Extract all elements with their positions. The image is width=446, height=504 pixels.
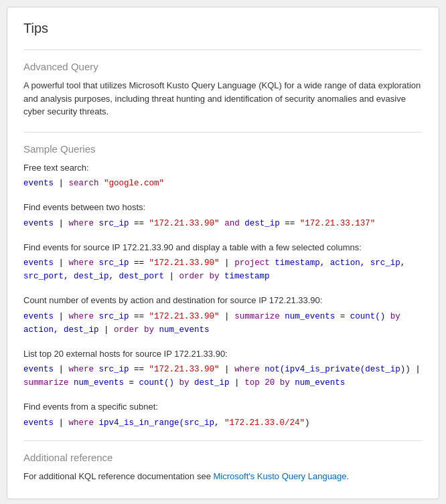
query-block-2: Find events between two hosts: events | …	[23, 201, 423, 230]
additional-desc-suffix: .	[347, 471, 350, 481]
query-block-4: Count number of events by action and des…	[23, 294, 423, 337]
query-code-1: events | search "google.com"	[23, 177, 423, 190]
query-block-5: List top 20 external hosts for source IP…	[23, 347, 423, 390]
additional-reference-section: Additional reference For additional KQL …	[23, 452, 423, 483]
query-desc-6: Find events from a specific subnet:	[23, 400, 423, 414]
query-code-6: events | where ipv4_is_in_range(src_ip, …	[23, 416, 423, 430]
additional-reference-title: Additional reference	[23, 452, 423, 463]
page-title: Tips	[23, 21, 423, 36]
divider-3	[23, 440, 423, 441]
kw-search: search	[69, 179, 104, 188]
query-code-3: events | where src_ip == "172.21.33.90" …	[23, 256, 423, 283]
divider-1	[23, 50, 423, 50]
query-block-1: Free text search: events | search "googl…	[23, 161, 423, 191]
query-desc-5: List top 20 external hosts for source IP…	[23, 347, 423, 361]
divider-2	[23, 132, 423, 133]
sample-queries-section: Sample Queries Free text search: events …	[23, 143, 423, 430]
sample-queries-title: Sample Queries	[23, 143, 423, 155]
query-desc-4: Count number of events by action and des…	[23, 294, 423, 307]
query-block-6: Find events from a specific subnet: even…	[23, 400, 423, 430]
advanced-query-section: Advanced Query A powerful tool that util…	[23, 61, 423, 118]
kw-google: "google.com"	[104, 179, 164, 188]
tips-panel: Tips Advanced Query A powerful tool that…	[7, 7, 439, 499]
advanced-query-title: Advanced Query	[23, 61, 423, 72]
query-code-2: events | where src_ip == "172.21.33.90" …	[23, 217, 423, 230]
kw-events-1: events	[23, 179, 54, 188]
additional-desc-prefix: For additional KQL reference documentati…	[23, 471, 214, 481]
query-code-4: events | where src_ip == "172.21.33.90" …	[23, 310, 423, 337]
additional-reference-desc: For additional KQL reference documentati…	[23, 470, 423, 483]
query-desc-1: Free text search:	[23, 161, 423, 175]
pipe-1: |	[54, 179, 69, 188]
kusto-reference-link[interactable]: Microsoft's Kusto Query Language	[214, 471, 347, 481]
query-block-3: Find events for source IP 172.21.33.90 a…	[23, 241, 423, 284]
kw-events-2: events	[23, 219, 54, 228]
query-desc-3: Find events for source IP 172.21.33.90 a…	[23, 241, 423, 254]
query-desc-2: Find events between two hosts:	[23, 201, 423, 214]
query-code-5: events | where src_ip == "172.21.33.90" …	[23, 363, 423, 390]
advanced-query-description: A powerful tool that utilizes Microsoft …	[23, 79, 423, 118]
